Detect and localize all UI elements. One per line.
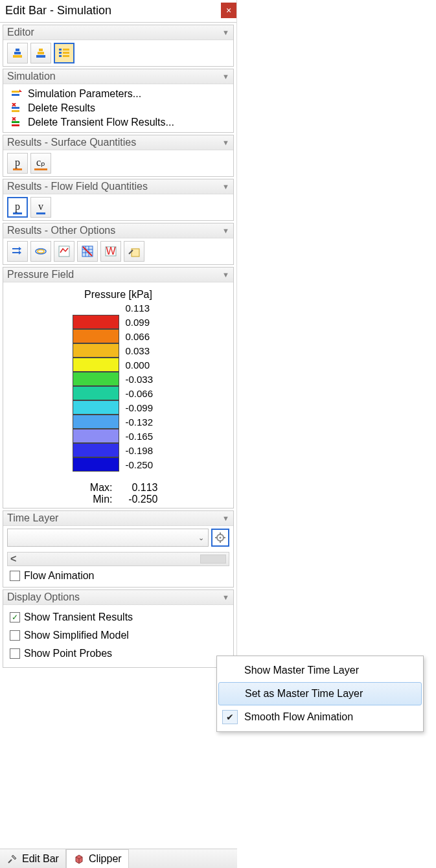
editor-toolbar bbox=[7, 43, 229, 63]
chart-icon bbox=[58, 245, 71, 258]
other-btn-w[interactable]: W bbox=[100, 241, 121, 262]
flow-animation-checkbox[interactable]: Flow Animation bbox=[7, 566, 229, 584]
chevron-down-icon: ⌄ bbox=[198, 534, 204, 542]
svg-rect-9 bbox=[63, 52, 69, 54]
section-header-results-flowfield[interactable]: Results - Flow Field Quantities ▼ bbox=[3, 179, 233, 194]
svg-rect-1 bbox=[14, 52, 21, 54]
time-layer-settings-button[interactable] bbox=[211, 529, 229, 547]
close-button[interactable]: × bbox=[221, 3, 236, 18]
checkbox-icon bbox=[10, 571, 20, 581]
checkbox-label: Show Point Probes bbox=[24, 648, 112, 659]
section-header-pressure-field[interactable]: Pressure Field ▼ bbox=[3, 268, 233, 282]
title-bar: Edit Bar - Simulation × bbox=[0, 0, 236, 23]
chevron-down-icon: ▼ bbox=[222, 183, 229, 190]
p-icon: p bbox=[13, 201, 22, 214]
editor-btn-2[interactable] bbox=[30, 43, 51, 63]
section-header-display-options[interactable]: Display Options ▼ bbox=[3, 590, 233, 605]
checkbox-icon bbox=[10, 612, 20, 622]
other-btn-grid[interactable] bbox=[77, 241, 98, 262]
legend-value: 0.099 bbox=[119, 317, 165, 328]
editor-btn-1[interactable] bbox=[7, 43, 28, 63]
display-option[interactable]: Show Transient Results bbox=[7, 608, 229, 626]
tools-icon bbox=[6, 853, 18, 865]
legend-row: 0.113 bbox=[73, 301, 165, 315]
other-btn-chart[interactable] bbox=[54, 241, 75, 262]
time-layer-dropdown[interactable]: ⌄ bbox=[7, 529, 209, 547]
time-layer-context-menu: Show Master Time LayerSet as Master Time… bbox=[216, 656, 424, 732]
svg-rect-8 bbox=[59, 52, 62, 54]
tab-edit-bar[interactable]: Edit Bar bbox=[0, 849, 66, 868]
flow-p-button[interactable]: p bbox=[7, 197, 28, 218]
checkbox-icon bbox=[10, 630, 20, 641]
list-icon bbox=[58, 47, 71, 60]
menu-item-delete-transient[interactable]: Delete Transient Flow Results... bbox=[7, 115, 229, 130]
section-header-results-other[interactable]: Results - Other Options ▼ bbox=[3, 223, 233, 238]
display-option[interactable]: Show Point Probes bbox=[7, 644, 229, 662]
section-header-editor[interactable]: Editor ▼ bbox=[3, 25, 233, 40]
svg-rect-13 bbox=[12, 94, 19, 96]
svg-rect-12 bbox=[12, 91, 19, 93]
scroll-left-icon: < bbox=[10, 553, 16, 565]
section-header-time-layer[interactable]: Time Layer ▼ bbox=[3, 511, 233, 526]
min-value: -0.250 bbox=[119, 494, 158, 505]
cube-icon bbox=[73, 853, 85, 865]
legend-row: -0.066 bbox=[73, 386, 165, 400]
legend-swatch bbox=[73, 315, 119, 329]
simulation-menu: Simulation Parameters... Delete Results … bbox=[7, 87, 229, 130]
legend-swatch bbox=[73, 386, 119, 400]
editor-btn-3[interactable] bbox=[54, 43, 75, 63]
other-btn-probe[interactable] bbox=[124, 241, 144, 262]
svg-point-19 bbox=[38, 250, 44, 253]
section-title: Results - Flow Field Quantities bbox=[7, 181, 148, 192]
legend-value: -0.250 bbox=[119, 459, 165, 470]
section-editor: Editor ▼ bbox=[3, 25, 234, 67]
time-scrollbar[interactable]: < bbox=[7, 552, 229, 566]
legend-swatch bbox=[73, 358, 119, 372]
params-icon bbox=[10, 88, 24, 100]
color-legend: 0.1130.0990.0660.0330.000-0.033-0.066-0.… bbox=[7, 301, 229, 475]
cp-icon: cₚ bbox=[34, 156, 47, 170]
bottom-tab-strip: Edit BarClipper bbox=[0, 849, 237, 868]
legend-value: -0.198 bbox=[119, 445, 165, 456]
check-icon bbox=[222, 710, 238, 724]
scroll-thumb[interactable] bbox=[200, 554, 226, 564]
svg-rect-4 bbox=[38, 52, 44, 54]
legend-swatch bbox=[73, 400, 119, 415]
pressure-field-title: Pressure [kPa] bbox=[7, 285, 229, 301]
tab-clipper[interactable]: Clipper bbox=[66, 849, 129, 868]
svg-rect-10 bbox=[59, 55, 62, 57]
legend-row: 0.000 bbox=[73, 358, 165, 372]
legend-value: 0.066 bbox=[119, 331, 165, 342]
other-btn-contours[interactable] bbox=[30, 241, 51, 262]
context-menu-item[interactable]: Set as Master Time Layer bbox=[218, 682, 422, 705]
pressure-cp-button[interactable]: cₚ bbox=[30, 153, 51, 174]
context-menu-item[interactable]: Show Master Time Layer bbox=[218, 659, 422, 682]
pressure-p-button[interactable]: p bbox=[7, 153, 28, 174]
max-label: Max: bbox=[79, 482, 113, 494]
legend-row: -0.033 bbox=[73, 372, 165, 386]
flow-v-button[interactable]: v bbox=[30, 197, 51, 218]
legend-value: -0.132 bbox=[119, 417, 165, 428]
legend-value: 0.113 bbox=[119, 303, 165, 314]
window-title: Edit Bar - Simulation bbox=[5, 4, 111, 17]
legend-row: -0.099 bbox=[73, 400, 165, 415]
menu-item-delete-results[interactable]: Delete Results bbox=[7, 101, 229, 115]
context-menu-item[interactable]: Smooth Flow Animation bbox=[218, 705, 422, 729]
context-menu-label: Smooth Flow Animation bbox=[244, 711, 353, 723]
section-header-simulation[interactable]: Simulation ▼ bbox=[3, 69, 233, 84]
display-option[interactable]: Show Simplified Model bbox=[7, 626, 229, 644]
legend-row: 0.099 bbox=[73, 315, 165, 329]
legend-row: -0.198 bbox=[73, 443, 165, 457]
min-label: Min: bbox=[79, 494, 113, 505]
svg-rect-24 bbox=[132, 249, 139, 257]
check-icon bbox=[223, 687, 238, 701]
section-time-layer: Time Layer ▼ ⌄ < Flow Animation bbox=[3, 510, 234, 588]
svg-rect-5 bbox=[36, 55, 45, 58]
section-header-results-surface[interactable]: Results - Surface Quantities ▼ bbox=[3, 135, 233, 150]
menu-item-label: Simulation Parameters... bbox=[28, 88, 141, 100]
menu-item-sim-params[interactable]: Simulation Parameters... bbox=[7, 87, 229, 101]
checkbox-icon bbox=[10, 648, 20, 659]
section-pressure-field: Pressure Field ▼ Pressure [kPa] 0.1130.0… bbox=[3, 267, 234, 508]
other-btn-streamlines[interactable] bbox=[7, 241, 28, 262]
section-title: Display Options bbox=[7, 591, 80, 603]
